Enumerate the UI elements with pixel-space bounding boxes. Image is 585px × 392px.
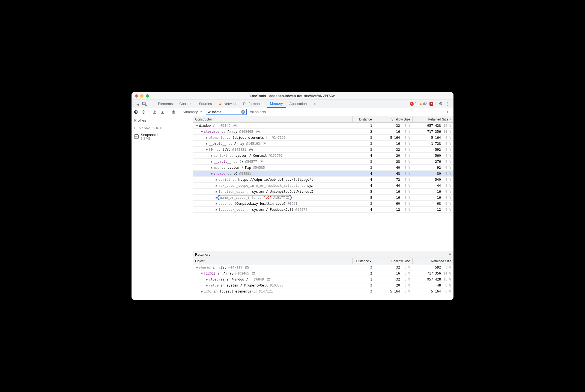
titlebar: DevTools - codepen.io/web-dot-dev/live/o… [132, 92, 453, 100]
devtools-tabs: ElementsConsoleSources▲NetworkPerformanc… [132, 100, 453, 108]
snapshot-size: 6.3 MB [141, 137, 159, 140]
expander-icon[interactable]: ▶ [201, 290, 203, 293]
col-retained[interactable]: Retained Size [413, 258, 453, 264]
kebab-menu-icon[interactable]: ⋮ [445, 101, 450, 106]
table-row[interactable]: ▶map :: system / Map @545853400 %920 % [193, 165, 453, 171]
table-row[interactable]: ▶name_or_scope_info :: "lC" @15177 5160 … [193, 195, 453, 201]
table-row[interactable]: ▶function_data :: system / UncompiledDat… [193, 189, 453, 195]
clear-icon[interactable] [141, 110, 146, 114]
col-distance[interactable]: Distance [353, 116, 374, 122]
tab-elements[interactable]: Elements [155, 100, 176, 108]
table-row[interactable]: ▶feedback_cell :: system / FeedbackCell … [193, 207, 453, 213]
col-constructor[interactable]: Constructor [193, 116, 353, 122]
expander-icon[interactable]: ▶ [210, 154, 213, 158]
table-row[interactable]: ▶closures in Window / @6849 1320 %957 42… [193, 276, 453, 282]
extension-badge[interactable]: ✦1 [429, 102, 436, 106]
retainers-table-header: Object Distance▲ Shallow Size Retained S… [193, 258, 453, 264]
inspect-icon[interactable] [135, 102, 140, 106]
expander-icon[interactable]: ▼ [196, 124, 198, 128]
expander-icon[interactable]: ▶ [205, 284, 208, 287]
profiles-heading: Profiles [132, 116, 193, 125]
table-row[interactable]: ▶value in system / PropertyCell @1037773… [193, 282, 453, 288]
class-filter-input[interactable] [206, 109, 247, 115]
table-row[interactable]: ▶elements :: (object elements)[] @147121… [193, 135, 453, 141]
window-controls [135, 94, 149, 98]
profiles-sidebar: Profiles HEAP SNAPSHOTS % Snapshot 1 6.3… [132, 116, 193, 300]
tab-memory[interactable]: Memory [267, 100, 286, 108]
view-select[interactable]: Summary ▼ [183, 110, 202, 114]
col-shallow[interactable]: Shallow Size [374, 258, 413, 264]
tab-performance[interactable]: Performance [240, 100, 267, 108]
table-row[interactable]: ▼shared :: lC @545814480 %800 % [193, 171, 453, 177]
col-object[interactable]: Object [193, 258, 353, 264]
errors-badge[interactable]: ✕2 [410, 102, 416, 106]
constructor-table-header: Constructor Distance Shallow Size Retain… [193, 116, 453, 123]
table-row[interactable]: ▼Window / @6849 1320 %957 42815 % [193, 123, 453, 129]
gc-icon[interactable] [171, 110, 176, 114]
expander-icon[interactable]: ▶ [205, 278, 208, 281]
table-row[interactable]: ▶script :: https://cdpn.io/web-dot-dev/f… [193, 177, 453, 183]
maximize-window-button[interactable] [146, 94, 149, 98]
expander-icon[interactable]: ▼ [196, 266, 198, 269]
expander-icon[interactable]: ▼ [201, 272, 203, 275]
svg-rect-2 [145, 103, 147, 105]
col-distance[interactable]: Distance▲ [353, 258, 374, 264]
col-shallow[interactable]: Shallow Size [374, 116, 413, 122]
table-row[interactable]: ▼[1201] in Array @102465 2160 %717 35611… [193, 270, 453, 276]
svg-point-4 [135, 111, 137, 113]
record-icon[interactable] [134, 110, 138, 114]
snapshot-icon: % [134, 134, 139, 139]
import-icon[interactable] [160, 110, 165, 114]
expander-icon[interactable]: ▼ [210, 172, 213, 176]
tab-console[interactable]: Console [176, 100, 196, 108]
table-row[interactable]: ▼shared in lC() @147119 3320 %5920 % [193, 264, 453, 270]
table-row[interactable]: ▶1201 in (object elements)[] @14712135 1… [193, 288, 453, 294]
devtools-window: DevTools - codepen.io/web-dot-dev/live/o… [132, 92, 453, 300]
table-row[interactable]: ▶context :: system / Context @1537014200… [193, 153, 453, 159]
snapshot-name: Snapshot 1 [141, 133, 159, 137]
drag-handle-icon[interactable]: ≡ [449, 252, 451, 257]
chevron-down-icon: ▼ [200, 111, 202, 113]
retainers-header: Retainers ≡ [193, 251, 453, 258]
clear-filter-icon[interactable]: ✕ [241, 110, 245, 114]
expander-icon[interactable]: ▶ [210, 166, 213, 170]
table-row[interactable]: ▼[0] :: lC() @145421 3320 %5920 % [193, 147, 453, 153]
expander-icon[interactable]: ▶ [210, 160, 213, 164]
table-row[interactable]: ▶__proto__ :: Array @145193 3160 %1 7280… [193, 141, 453, 147]
tab-network[interactable]: ▲Network [215, 100, 240, 108]
col-retained[interactable]: Retained Size▼ [413, 116, 453, 122]
tab-application[interactable]: Application [286, 100, 310, 108]
table-row[interactable]: ▶__proto__ :: () @54577 3280 %2760 % [193, 159, 453, 165]
export-icon[interactable] [153, 110, 157, 114]
objects-select[interactable]: All objects [250, 110, 266, 114]
expander-icon[interactable]: ▶ [215, 190, 218, 194]
table-row[interactable]: ▶raw_outer_scope_info_or_feedback_metada… [193, 183, 453, 189]
table-row[interactable]: ▼closures :: Array @102465 2160 %717 356… [193, 129, 453, 135]
minimize-window-button[interactable] [140, 94, 144, 98]
memory-toolbar: Summary ▼ ✕ All objects ▼ [132, 108, 453, 116]
divider [152, 101, 152, 106]
expander-icon[interactable]: ▶ [205, 136, 208, 140]
settings-icon[interactable]: ⚙ [439, 101, 443, 106]
window-title: DevTools - codepen.io/web-dot-dev/live/o… [132, 94, 453, 98]
table-row[interactable]: ▶code :: (CompileLazy builtin code) @193… [193, 201, 453, 207]
svg-line-6 [142, 111, 145, 113]
close-window-button[interactable] [135, 94, 138, 98]
memory-main: Constructor Distance Shallow Size Retain… [193, 116, 453, 300]
more-tabs-button[interactable]: » [311, 100, 319, 108]
snapshot-item[interactable]: % Snapshot 1 6.3 MB [132, 131, 193, 142]
device-toggle-icon[interactable] [142, 102, 147, 106]
expander-icon[interactable]: ▼ [205, 148, 208, 152]
constructor-table-body[interactable]: ▼Window / @6849 1320 %957 42815 %▼closur… [193, 123, 453, 251]
tab-sources[interactable]: Sources [196, 100, 215, 108]
chevron-down-icon[interactable]: ▼ [446, 111, 449, 113]
expander-icon[interactable]: ▶ [205, 142, 208, 146]
warnings-badge[interactable]: ▲62 [419, 102, 427, 106]
expander-icon[interactable]: ▶ [215, 184, 218, 188]
retainers-table-body[interactable]: ▼shared in lC() @147119 3320 %5920 %▼[12… [193, 264, 453, 300]
expander-icon[interactable]: ▶ [215, 208, 218, 212]
expander-icon[interactable]: ▼ [201, 130, 203, 134]
expander-icon[interactable]: ▶ [215, 178, 218, 182]
expander-icon[interactable]: ▶ [215, 202, 218, 206]
heap-snapshots-section: HEAP SNAPSHOTS [132, 125, 193, 131]
